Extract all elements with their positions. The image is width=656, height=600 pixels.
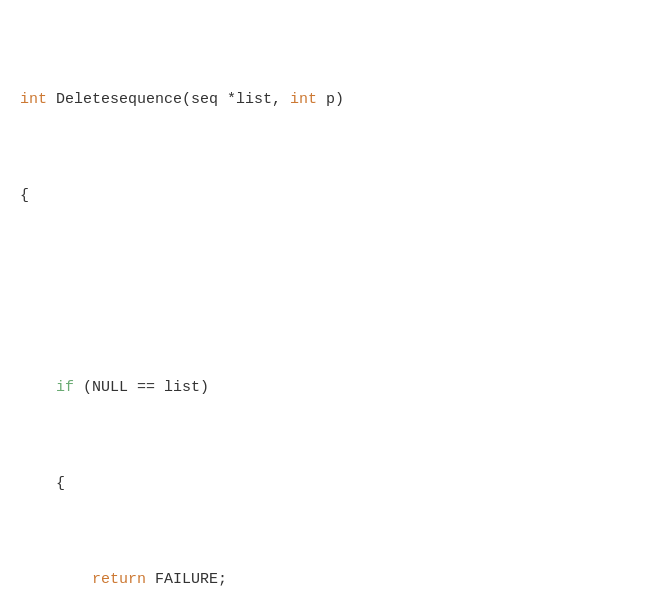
text-4: (NULL == list) (74, 379, 209, 396)
kw-return-1: return (92, 571, 146, 588)
text-1: Deletesequence(seq *list, (47, 91, 290, 108)
code-block: int Deletesequence(seq *list, int p) { i… (20, 16, 636, 600)
brace-open: { (20, 187, 29, 204)
indent-6 (20, 571, 92, 588)
kw-int-2: int (290, 91, 317, 108)
code-line-5: { (20, 472, 636, 496)
text-6: FAILURE; (146, 571, 227, 588)
code-line-2: { (20, 184, 636, 208)
indent-4 (20, 379, 56, 396)
text-1b: p) (317, 91, 344, 108)
kw-if-1: if (56, 379, 74, 396)
code-line-6: return FAILURE; (20, 568, 636, 592)
code-line-3 (20, 280, 636, 304)
code-line-4: if (NULL == list) (20, 376, 636, 400)
text-5: { (20, 475, 65, 492)
code-line-1: int Deletesequence(seq *list, int p) (20, 88, 636, 112)
kw-int-1: int (20, 91, 47, 108)
